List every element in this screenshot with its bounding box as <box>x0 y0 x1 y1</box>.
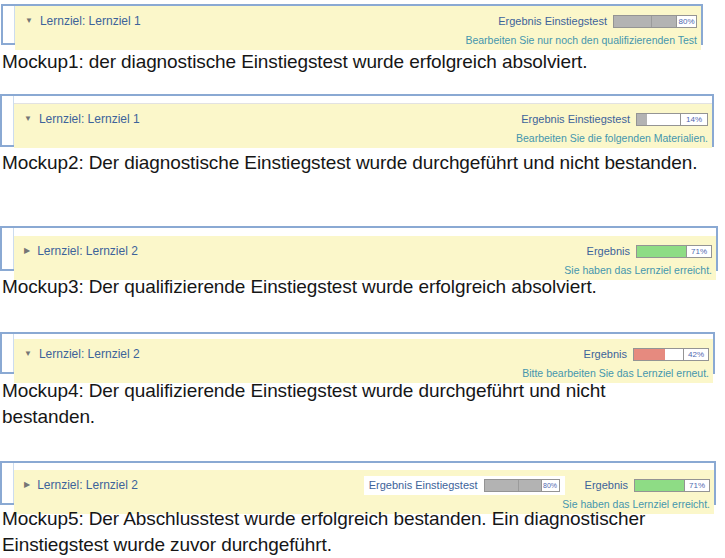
progress-bar: 71% <box>634 479 710 492</box>
triangle-down-icon[interactable]: ▼ <box>25 17 33 25</box>
result-bars: Ergebnis Einstiegstest80%Ergebnis71% <box>364 476 710 495</box>
result-bar-group: Ergebnis Einstiegstest80% <box>364 476 565 495</box>
triangle-down-icon[interactable]: ▼ <box>24 115 32 123</box>
panel-content: ▼ Lernziel: Lernziel 1 Ergebnis Einstieg… <box>14 96 712 145</box>
progress-fill <box>634 349 665 360</box>
lernziel-title[interactable]: Lernziel: Lernziel 1 <box>39 112 140 126</box>
lernziel-panel: ▼ Lernziel: Lernziel 1 Ergebnis Einstieg… <box>0 94 714 147</box>
triangle-down-icon[interactable]: ▼ <box>24 350 32 358</box>
result-bar-group: Ergebnis42% <box>584 348 709 361</box>
panel-spacer-top <box>14 96 712 104</box>
lernziel-title[interactable]: Lernziel: Lernziel 1 <box>40 14 141 28</box>
lernziel-header-row: ▶ Lernziel: Lernziel 2 Ergebnis71% <box>14 236 716 263</box>
result-bars: Ergebnis Einstiegstest80% <box>498 15 697 28</box>
lernziel-panel: ▶ Lernziel: Lernziel 2 Ergebnis Einstieg… <box>0 461 716 505</box>
lernziel-row: ▼ Lernziel: Lernziel 2 Ergebnis42% Bitte… <box>14 339 713 383</box>
lernziel-panel: ▼ Lernziel: Lernziel 2 Ergebnis42% Bitte… <box>0 332 715 374</box>
progress-bar: 42% <box>633 348 709 361</box>
lernziel-row: ▼ Lernziel: Lernziel 1 Ergebnis Einstieg… <box>15 6 701 50</box>
status-message: Bearbeiten Sie die folgenden Materialien… <box>14 131 712 148</box>
panel-gutter <box>3 6 15 43</box>
progress-fill <box>637 114 647 125</box>
progress-value: 71% <box>684 480 709 491</box>
result-label: Ergebnis <box>587 245 630 257</box>
result-label: Ergebnis Einstiegstest <box>498 15 607 27</box>
progress-value: 14% <box>680 114 707 125</box>
panel-gutter <box>2 463 14 503</box>
triangle-right-icon[interactable]: ▶ <box>24 481 30 489</box>
figure-caption: Mockup2: Der diagnostische Einstiegstest… <box>2 150 702 176</box>
result-label: Ergebnis <box>584 348 627 360</box>
result-bars: Ergebnis71% <box>587 245 712 258</box>
result-bars: Ergebnis Einstiegstest14% <box>521 113 708 126</box>
lernziel-header-row: ▶ Lernziel: Lernziel 2 Ergebnis Einstieg… <box>14 470 714 497</box>
result-bar-group: Ergebnis Einstiegstest80% <box>498 15 697 28</box>
triangle-right-icon[interactable]: ▶ <box>24 247 30 255</box>
lernziel-row: ▼ Lernziel: Lernziel 1 Ergebnis Einstieg… <box>14 104 712 148</box>
lernziel-title[interactable]: Lernziel: Lernziel 2 <box>37 244 138 258</box>
progress-bar: 80% <box>613 15 697 28</box>
figure-caption: Mockup3: Der qualifizierende Einstiegste… <box>2 274 702 300</box>
panel-gutter <box>2 334 14 372</box>
panel-spacer-top <box>14 463 714 470</box>
result-bars: Ergebnis42% <box>584 348 709 361</box>
panel-content: ▶ Lernziel: Lernziel 2 Ergebnis71% Sie h… <box>14 228 716 269</box>
progress-value: 80% <box>541 480 559 491</box>
progress-bar: 71% <box>636 245 712 258</box>
lernziel-header-row: ▼ Lernziel: Lernziel 2 Ergebnis42% <box>14 339 713 366</box>
lernziel-title[interactable]: Lernziel: Lernziel 2 <box>37 478 138 492</box>
figure-caption: Mockup5: Der Abschlusstest wurde erfolgr… <box>2 506 702 558</box>
panel-gutter <box>2 96 14 145</box>
lernziel-header-row: ▼ Lernziel: Lernziel 1 Ergebnis Einstieg… <box>14 104 712 131</box>
panel-gutter <box>2 228 14 269</box>
progress-bar: 80% <box>484 479 560 492</box>
result-label: Ergebnis <box>585 479 628 491</box>
panel-spacer-top <box>14 228 716 236</box>
panel-content: ▶ Lernziel: Lernziel 2 Ergebnis Einstieg… <box>14 463 714 503</box>
threshold-marker <box>518 480 519 491</box>
progress-fill <box>614 16 680 27</box>
lernziel-header-row: ▼ Lernziel: Lernziel 1 Ergebnis Einstieg… <box>15 6 701 33</box>
progress-fill <box>485 480 544 491</box>
lernziel-panel: ▶ Lernziel: Lernziel 2 Ergebnis71% Sie h… <box>0 226 718 271</box>
result-bar-group: Ergebnis71% <box>585 479 710 492</box>
progress-fill <box>635 480 688 491</box>
panel-content: ▼ Lernziel: Lernziel 2 Ergebnis42% Bitte… <box>14 334 713 372</box>
lernziel-title[interactable]: Lernziel: Lernziel 2 <box>39 347 140 361</box>
lernziel-panel: ▼ Lernziel: Lernziel 1 Ergebnis Einstieg… <box>1 4 703 45</box>
panel-content: ▼ Lernziel: Lernziel 1 Ergebnis Einstieg… <box>15 6 701 43</box>
result-label: Ergebnis Einstiegstest <box>521 113 630 125</box>
status-message: Bearbeiten Sie nur noch den qualifiziere… <box>15 33 701 50</box>
threshold-marker <box>651 16 652 27</box>
result-label: Ergebnis Einstiegstest <box>369 479 478 491</box>
result-bar-group: Ergebnis Einstiegstest14% <box>521 113 708 126</box>
progress-fill <box>637 246 690 257</box>
progress-value: 71% <box>686 246 711 257</box>
progress-value: 80% <box>676 16 696 27</box>
progress-value: 42% <box>683 349 708 360</box>
result-bar-group: Ergebnis71% <box>587 245 712 258</box>
figure-caption: Mockup4: Der qualifizierende Einstiegste… <box>2 378 702 430</box>
progress-bar: 14% <box>636 113 708 126</box>
figure-caption: Mockup1: der diagnostische Einstiegstest… <box>2 49 702 75</box>
